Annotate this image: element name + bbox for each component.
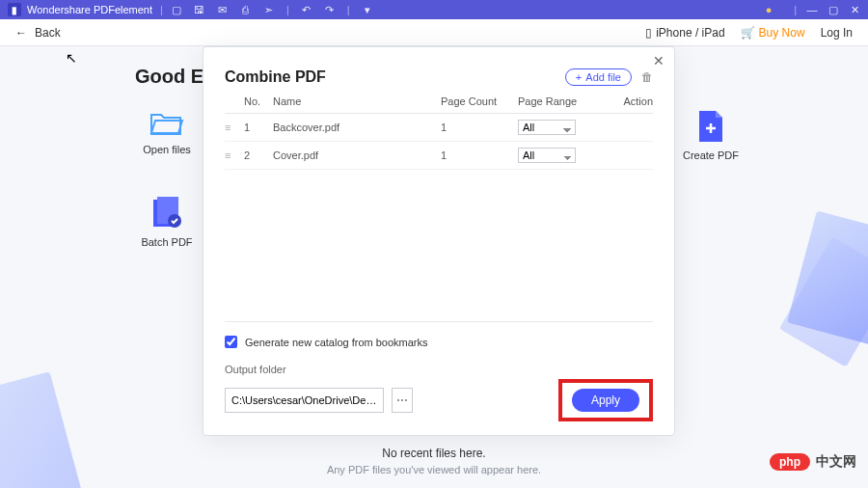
badge-text: 中文网: [816, 453, 856, 471]
table-header: No. Name Page Count Page Range Action: [225, 95, 653, 114]
row-no: 1: [244, 122, 273, 133]
row-count: 1: [441, 122, 518, 133]
print-icon[interactable]: ⎙: [240, 4, 252, 15]
page-range-select[interactable]: All: [518, 148, 576, 163]
undo-icon[interactable]: ↶: [301, 4, 312, 15]
add-file-label: Add file: [585, 71, 621, 83]
modal-backdrop: ✕ Combine PDF + Add file 🗑 No. Name Page…: [0, 46, 868, 488]
titlebar: ▮ Wondershare PDFelement | ▢ 🖫 ✉ ⎙ ➣ | ↶…: [0, 0, 868, 19]
badge-pill: php: [770, 453, 810, 471]
mail-icon[interactable]: ✉: [217, 4, 229, 15]
row-name: Backcover.pdf: [273, 122, 441, 133]
checkbox-input[interactable]: [225, 336, 237, 348]
maximize-icon[interactable]: ▢: [827, 4, 839, 15]
back-button[interactable]: ← Back: [15, 26, 61, 40]
row-no: 2: [244, 149, 273, 161]
separator: |: [286, 4, 289, 15]
stage: ↖ Good Evening Open files Create PDF Bat…: [0, 46, 868, 488]
output-folder-input[interactable]: [225, 388, 384, 413]
separator: |: [347, 4, 350, 15]
buy-label: Buy Now: [759, 26, 805, 40]
sun-icon[interactable]: ●: [763, 4, 774, 15]
device-link[interactable]: ▯ iPhone / iPad: [645, 26, 724, 40]
combine-pdf-modal: ✕ Combine PDF + Add file 🗑 No. Name Page…: [203, 46, 675, 436]
apply-highlight: Apply: [558, 379, 653, 421]
topbar: ← Back ▯ iPhone / iPad 🛒 Buy Now Log In: [0, 19, 868, 46]
generate-catalog-checkbox[interactable]: Generate new catalog from bookmarks: [225, 336, 653, 348]
trash-icon[interactable]: 🗑: [641, 70, 653, 84]
save-icon[interactable]: 🖫: [194, 4, 205, 15]
share-icon[interactable]: ➣: [263, 4, 275, 15]
separator: |: [160, 4, 163, 15]
login-label: Log In: [821, 26, 853, 40]
col-name: Name: [273, 95, 441, 107]
row-name: Cover.pdf: [273, 149, 441, 161]
modal-close-icon[interactable]: ✕: [653, 53, 665, 68]
drag-handle-icon[interactable]: ≡: [225, 122, 244, 133]
row-count: 1: [441, 149, 518, 161]
window-controls: | — ▢ ✕: [794, 4, 860, 15]
buy-now-link[interactable]: 🛒 Buy Now: [741, 26, 805, 40]
close-icon[interactable]: ✕: [849, 4, 860, 15]
col-no: No.: [244, 95, 273, 107]
cart-icon: 🛒: [741, 26, 755, 40]
output-folder-label: Output folder: [225, 364, 653, 375]
minimize-icon[interactable]: —: [806, 4, 818, 15]
chevron-down-icon[interactable]: ▾: [362, 4, 373, 15]
table-row: ≡ 2 Cover.pdf 1 All: [225, 142, 653, 170]
app-title: ▮ Wondershare PDFelement: [8, 3, 152, 16]
col-action: Action: [605, 95, 653, 107]
app-name: Wondershare PDFelement: [27, 4, 152, 15]
add-file-button[interactable]: + Add file: [565, 68, 632, 86]
open-icon[interactable]: ▢: [171, 4, 182, 15]
col-count: Page Count: [441, 95, 518, 107]
browse-folder-button[interactable]: ⋯: [392, 388, 413, 413]
arrow-left-icon: ←: [15, 26, 27, 40]
redo-icon[interactable]: ↷: [324, 4, 336, 15]
watermark-badge: php 中文网: [770, 453, 856, 471]
col-range: Page Range: [518, 95, 605, 107]
app-logo-icon: ▮: [8, 3, 21, 16]
login-link[interactable]: Log In: [821, 26, 853, 40]
apply-button[interactable]: Apply: [572, 389, 639, 412]
checkbox-label: Generate new catalog from bookmarks: [245, 337, 428, 348]
page-range-select[interactable]: All: [518, 120, 576, 135]
back-label: Back: [35, 26, 61, 40]
table-row: ≡ 1 Backcover.pdf 1 All: [225, 114, 653, 142]
modal-title: Combine PDF: [225, 68, 565, 86]
quick-toolbar: ▢ 🖫 ✉ ⎙ ➣ | ↶ ↷ | ▾: [171, 4, 373, 15]
drag-handle-icon[interactable]: ≡: [225, 149, 244, 161]
device-label: iPhone / iPad: [656, 26, 724, 40]
plus-icon: +: [576, 71, 582, 83]
phone-icon: ▯: [645, 26, 652, 40]
